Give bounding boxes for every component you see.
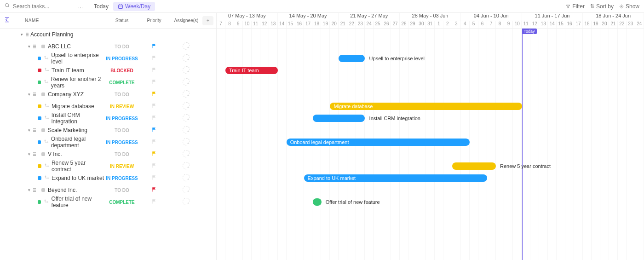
gantt-bar[interactable] [339,55,365,62]
assignee-cell[interactable] [170,42,202,51]
status-cell[interactable]: TO DO [106,44,138,49]
assignee-cell[interactable] [170,138,202,147]
col-name[interactable]: NAME [14,18,106,23]
status-cell[interactable]: IN REVIEW [106,164,138,169]
add-assignee-icon[interactable] [183,54,190,62]
status-cell[interactable]: IN PROGRESS [106,140,138,145]
chevron-down-icon[interactable]: ▾ [27,92,31,97]
assignee-cell[interactable] [170,150,202,159]
priority-cell[interactable] [138,43,170,50]
gantt-bar[interactable]: Train IT team [225,67,278,74]
chevron-down-icon[interactable]: ▾ [27,152,31,156]
add-assignee-icon[interactable] [183,102,190,110]
assignee-cell[interactable] [170,78,202,87]
add-assignee-icon[interactable] [183,126,190,133]
weekday-button[interactable]: Week/Day [113,2,155,11]
add-assignee-icon[interactable] [183,162,190,169]
status-cell[interactable]: TO DO [106,128,138,133]
add-assignee-icon[interactable] [183,42,190,50]
gantt-bar[interactable] [452,162,496,170]
task-row[interactable]: Renew for another 2 yearsCOMPLETE [0,76,216,88]
add-assignee-icon[interactable] [183,138,190,145]
gantt-bar[interactable] [313,198,322,206]
search-input[interactable] [13,3,68,10]
add-assignee-icon[interactable] [183,150,190,157]
group-row[interactable]: ▾ABC LLCTO DO [0,40,216,52]
assignee-cell[interactable] [170,54,202,63]
show-button[interactable]: Show [619,3,639,10]
status-cell[interactable]: IN PROGRESS [106,176,138,181]
chevron-down-icon[interactable]: ▾ [27,44,31,49]
add-assignee-icon[interactable] [183,174,190,181]
priority-cell[interactable] [138,175,170,182]
task-row[interactable]: Install CRM integrationIN PROGRESS [0,112,216,124]
status-cell[interactable]: COMPLETE [106,80,138,85]
status-cell[interactable]: IN PROGRESS [106,116,138,121]
assignee-cell[interactable] [170,102,202,111]
priority-cell[interactable] [138,139,170,146]
task-row[interactable]: Offer trial of new featureCOMPLETE [0,196,216,208]
col-assignees[interactable]: Assignee(s) [170,18,202,23]
priority-cell[interactable] [138,91,170,98]
assignee-cell[interactable] [170,162,202,171]
priority-cell[interactable] [138,103,170,110]
status-cell[interactable]: COMPLETE [106,200,138,205]
status-cell[interactable]: TO DO [106,152,138,157]
assignee-cell[interactable] [170,114,202,123]
assignee-cell[interactable] [170,198,202,207]
priority-cell[interactable] [138,127,170,134]
status-cell[interactable]: TO DO [106,188,138,193]
priority-cell[interactable] [138,151,170,158]
task-row[interactable]: Expand to UK marketIN PROGRESS [0,172,216,184]
assignee-cell[interactable] [170,186,202,195]
gantt-bar[interactable]: Migrate database [330,103,522,110]
add-assignee-icon[interactable] [183,114,190,121]
assignee-cell[interactable] [170,90,202,99]
gantt-bar[interactable]: Expand to UK market [304,174,487,182]
sortby-button[interactable]: ⇅ Sort by [590,3,614,10]
priority-cell[interactable] [138,67,170,74]
add-assignee-icon[interactable] [183,78,190,86]
priority-cell[interactable] [138,199,170,206]
task-row[interactable]: Onboard legal departmentIN PROGRESS [0,136,216,148]
add-assignee-icon[interactable] [183,66,190,74]
priority-cell[interactable] [138,115,170,122]
col-status[interactable]: Status [106,18,138,23]
more-menu[interactable]: ... [77,3,85,10]
gantt-body[interactable]: TodayUpsell to enterprise levelTrain IT … [217,29,644,260]
assignee-cell[interactable] [170,66,202,75]
task-list: ▾Account Planning▾ABC LLCTO DOUpsell to … [0,29,216,260]
gantt-bar[interactable]: Onboard legal department [287,139,470,146]
task-row[interactable]: Renew 5 year contractIN REVIEW [0,160,216,172]
group-row[interactable]: ▾Scale MarketingTO DO [0,124,216,136]
priority-cell[interactable] [138,55,170,62]
col-priority[interactable]: Priority [138,18,170,23]
status-cell[interactable]: BLOCKED [106,68,138,73]
chevron-down-icon[interactable]: ▾ [27,188,31,192]
priority-cell[interactable] [138,163,170,170]
today-button[interactable]: Today [94,3,109,10]
group-row[interactable]: ▾Beyond Inc.TO DO [0,184,216,196]
status-cell[interactable]: TO DO [106,92,138,97]
gantt-bar[interactable] [313,115,365,122]
status-cell[interactable]: IN REVIEW [106,104,138,109]
assignee-cell[interactable] [170,126,202,135]
task-row[interactable]: Upsell to enterprise levelIN PROGRESS [0,52,216,64]
collapse-panel-button[interactable] [0,17,14,24]
group-row[interactable]: ▾Account Planning [0,29,216,40]
group-row[interactable]: ▾V Inc.TO DO [0,148,216,160]
chevron-down-icon[interactable]: ▾ [27,128,31,133]
filter-button[interactable]: Filter [566,3,585,10]
priority-cell[interactable] [138,187,170,194]
status-cell[interactable]: IN PROGRESS [106,56,138,61]
priority-cell[interactable] [138,79,170,86]
chevron-down-icon[interactable]: ▾ [19,32,24,37]
add-column-button[interactable]: + [202,16,213,25]
assignee-cell[interactable] [170,174,202,183]
add-assignee-icon[interactable] [183,186,190,193]
task-row[interactable]: Train IT teamBLOCKED [0,64,216,76]
add-assignee-icon[interactable] [183,198,190,205]
add-assignee-icon[interactable] [183,90,190,98]
group-row[interactable]: ▾Company XYZTO DO [0,88,216,100]
task-row[interactable]: Migrate databaseIN REVIEW [0,100,216,112]
